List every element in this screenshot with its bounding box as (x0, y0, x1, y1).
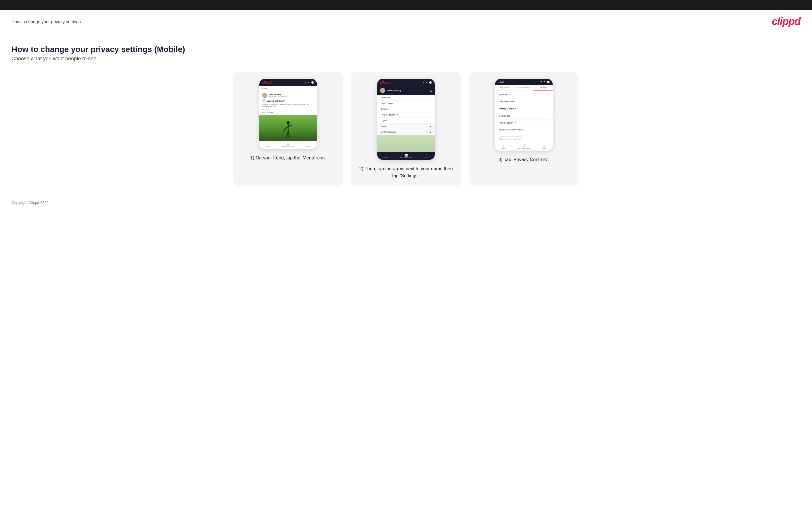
section-home-label: Home (381, 125, 387, 127)
home-icon-3: ⌂ (503, 145, 504, 147)
settings-item-mygolfbag[interactable]: My Golf Bag › (495, 112, 553, 119)
step-3-caption: 3) Tap ‘Privacy Controls’. (499, 156, 550, 163)
performance-icon-3: 📈 (522, 145, 525, 147)
phone1-icons: ⚲ ⚬ ⚪ (305, 81, 314, 84)
menu-section-performance: My Performance ∨ (377, 129, 435, 135)
golfer-silhouette (283, 121, 294, 141)
avatar (262, 93, 267, 98)
settings-icon-3: ⚪ (547, 81, 550, 83)
phone2-bg-area (377, 135, 435, 152)
settings-helpsupport-label: Help & Support ↗ (499, 121, 516, 124)
nav-performance[interactable]: 📈 My Performance (283, 143, 294, 148)
settings-item-helpsupport[interactable]: Help & Support ↗ (495, 119, 553, 126)
settings-privacycontrols-label: Privacy Controls (499, 107, 516, 110)
phone3-nav-menu[interactable]: ☰ Menu (542, 145, 546, 149)
tab-myprofile[interactable]: My Profile (495, 85, 514, 91)
tab-connections[interactable]: Connections (514, 85, 534, 91)
menu-user-left: Blair McHarg (380, 88, 401, 93)
copyright-text: Copyright Clippd 2022 (11, 201, 49, 205)
phone1-logo: clippd (262, 81, 271, 84)
profile-icon: ⚬ (308, 81, 310, 84)
settings-item-serviceprivacy[interactable]: Service & Privacy Policy ↗ (495, 126, 553, 133)
profile-icon-3: ⚬ (544, 81, 546, 83)
profile-icon-2: ⚬ (425, 81, 427, 84)
back-button[interactable]: < Back (498, 81, 504, 83)
feed-post-header: Blair McHarg Yesterday · Sunningdale (262, 93, 314, 98)
settings-serviceprivacy-label: Service & Privacy Policy ↗ (499, 128, 524, 131)
menu-avatar (380, 88, 385, 93)
lesson-icon (262, 99, 266, 103)
menu-item-logout[interactable]: Logout (377, 118, 435, 123)
menu-user-name: Blair McHarg (387, 89, 401, 92)
svg-point-0 (287, 121, 290, 125)
step-1-caption: 1) On your Feed, tap the ‘Menu’ icon. (250, 155, 326, 161)
phone3-icons: ⚲ ⚬ ⚪ (540, 81, 550, 83)
step-3-card: < Back ⚲ ⚬ ⚪ My Profile Connections Sett… (469, 72, 578, 186)
phone1-header: clippd ⚲ ⚬ ⚪ (259, 79, 317, 86)
phone3-tabs: My Profile Connections Settings (495, 85, 553, 91)
chevron-right-icon-3: › (548, 107, 549, 110)
post-name: Blair McHarg (269, 94, 288, 96)
phone2-bottom-nav: ⌂ Home 📈 My Performance ✕ Menu (377, 152, 435, 160)
phone2-header: clippd ⚲ ⚬ ⚪ (377, 79, 435, 86)
menu-item-myprofile[interactable]: My Profile (377, 95, 435, 101)
phone2-nav-performance[interactable]: 📈 My Performance (400, 154, 412, 159)
lesson-title: Lesson with Fordy (267, 100, 285, 102)
menu-icon-3: ☰ (543, 145, 546, 147)
feed-post: Blair McHarg Yesterday · Sunningdale Les… (259, 91, 317, 115)
settings-item-myaccount[interactable]: My Account › (495, 91, 553, 98)
top-bar (0, 0, 812, 10)
page-subheading: Choose what you want people to see (11, 56, 801, 62)
menu-icon: ☰ (307, 143, 310, 146)
chevron-right-icon-4: › (548, 114, 549, 117)
svg-line-5 (288, 132, 290, 137)
phone2-nav-home[interactable]: ⌂ Home (384, 154, 388, 159)
post-user-info: Blair McHarg Yesterday · Sunningdale (269, 94, 288, 97)
settings-version-area: Clippd Client Version: 2022.8.3-3 GQL Se… (495, 133, 553, 143)
page-footer: Copyright Clippd 2022 (0, 195, 812, 211)
menu-section-home: Home ∨ (377, 123, 435, 129)
svg-line-3 (288, 125, 292, 127)
menu-item-helpsupport[interactable]: Help & Support ↗ (377, 112, 435, 118)
settings-dataintegrations-label: Data Integrations (499, 100, 515, 103)
step-2-caption: 2) Then, tap the arrow next to your name… (358, 165, 454, 179)
lesson-text: Looking to feel like my hands are exitin… (262, 103, 314, 108)
duration-value: 01 hr : 30 min (262, 112, 314, 113)
logo: clippd (772, 15, 801, 27)
nav-menu[interactable]: ☰ Menu (306, 143, 310, 148)
phone2-logo: clippd (380, 81, 389, 84)
header: How to change your privacy settings clip… (0, 10, 812, 33)
phone3-nav-home[interactable]: ⌂ Home (502, 145, 506, 149)
performance-icon: 📈 (287, 143, 290, 146)
phone1-feed-tab: Feed (259, 86, 317, 91)
header-title: How to change your privacy settings (11, 19, 81, 24)
phone3-bottom-nav: ⌂ Home 📈 My Performance ☰ Menu (495, 143, 553, 151)
settings-icon-2: ⚪ (429, 81, 432, 84)
settings-icon: ⚪ (311, 81, 314, 84)
settings-mygolfbag-label: My Golf Bag (499, 115, 510, 117)
svg-line-2 (285, 127, 288, 129)
search-icon-2: ⚲ (422, 81, 424, 84)
settings-item-privacycontrols[interactable]: Privacy Controls › (495, 105, 553, 112)
menu-item-settings[interactable]: Settings (377, 106, 435, 112)
chevron-right-icon: › (548, 93, 549, 96)
svg-line-6 (283, 129, 285, 132)
phone2-icons: ⚲ ⚬ ⚪ (422, 81, 432, 84)
section-performance-label: My Performance (381, 131, 397, 133)
menu-chevron-icon: ∧ (430, 89, 432, 92)
phone3-nav-performance[interactable]: 📈 My Performance (518, 145, 529, 149)
phone-1-mockup: clippd ⚲ ⚬ ⚪ Feed Blair McHarg Ye (259, 79, 317, 149)
phone-2-mockup: clippd ⚲ ⚬ ⚪ Blair McHarg ∧ My P (377, 79, 435, 160)
tab-settings[interactable]: Settings (534, 85, 553, 91)
steps-row: clippd ⚲ ⚬ ⚪ Feed Blair McHarg Ye (11, 72, 801, 186)
step-2-card: clippd ⚲ ⚬ ⚪ Blair McHarg ∧ My P (351, 72, 461, 186)
nav-home[interactable]: ⌂ Home (266, 143, 270, 148)
settings-item-dataintegrations[interactable]: Data Integrations › (495, 98, 553, 105)
page-heading: How to change your privacy settings (Mob… (11, 45, 801, 54)
version-line-2: GQL Server Version: 2022.7.30-1 (499, 138, 549, 140)
menu-item-connections[interactable]: Connections (377, 101, 435, 106)
close-icon: ✕ (425, 154, 427, 157)
search-icon-3: ⚲ (540, 81, 542, 83)
phone2-nav-close[interactable]: ✕ Menu (424, 154, 428, 159)
lesson-title-row: Lesson with Fordy (262, 99, 314, 103)
